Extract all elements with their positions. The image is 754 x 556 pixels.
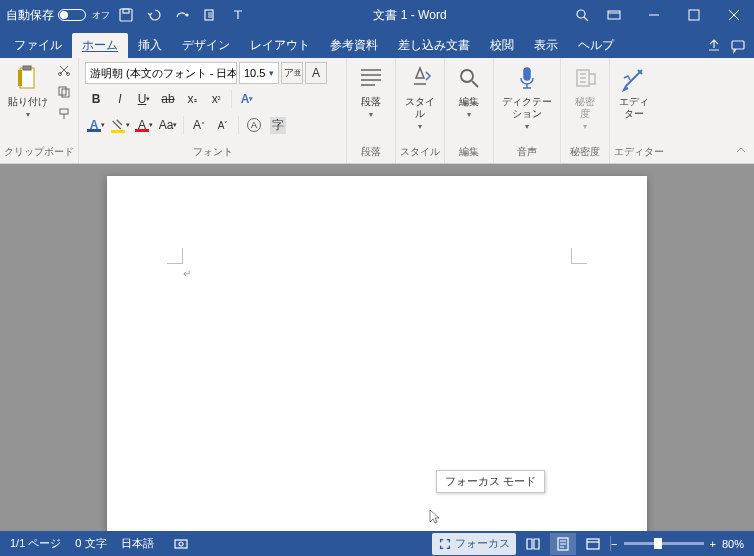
autosave-state: オフ [92,9,110,22]
char-border-button[interactable]: A [305,62,327,84]
close-button[interactable] [714,0,754,30]
superscript-button[interactable]: x² [205,88,227,110]
redo-button[interactable] [170,3,194,27]
maximize-button[interactable] [674,0,714,30]
editing-label: 編集 [459,96,479,108]
qat-customize-button[interactable] [226,3,250,27]
svg-rect-7 [732,41,744,49]
tab-help[interactable]: ヘルプ [568,33,624,58]
svg-rect-15 [60,109,68,114]
comments-button[interactable] [726,34,750,58]
collapse-ribbon-button[interactable] [734,143,750,159]
font-size-combo[interactable]: 10.5▾ [239,62,279,84]
ribbon-tabs: ファイル ホーム 挿入 デザイン レイアウト 参考資料 差し込み文書 校閲 表示… [0,30,754,58]
paragraph-button[interactable]: 段落 ▾ [351,60,391,121]
web-layout-button[interactable] [580,533,606,555]
copy-button[interactable] [54,82,74,102]
font-size-value: 10.5 [244,67,265,79]
font-name-value: 游明朝 (本文のフォント - 日本 [90,66,237,81]
tab-mailings[interactable]: 差し込み文書 [388,33,480,58]
group-font: 游明朝 (本文のフォント - 日本▾ 10.5▾ ア亜 A B I U▾ ab … [79,58,347,163]
dictation-button[interactable]: ディクテー ション ▾ [498,60,556,133]
highlight-button[interactable]: ▾ [109,114,131,136]
paragraph-icon [355,62,387,94]
char-shading-button[interactable]: 字 [267,114,289,136]
paste-icon [12,62,44,94]
chevron-down-icon: ▾ [369,110,373,119]
autosave-toggle[interactable]: 自動保存 オフ [6,7,110,24]
change-case-button[interactable]: Aa▾ [157,114,179,136]
bold-button[interactable]: B [85,88,107,110]
grow-font-button[interactable]: A˄ [188,114,210,136]
zoom-level[interactable]: 80% [722,538,744,550]
qat-more-button[interactable] [198,3,222,27]
ribbon-display-button[interactable] [594,0,634,30]
share-button[interactable] [702,34,726,58]
font-color-button[interactable]: A▾ [85,114,107,136]
text-effects-button[interactable]: A▾ [236,88,258,110]
svg-rect-8 [20,68,34,88]
tab-insert[interactable]: 挿入 [128,33,172,58]
tab-design[interactable]: デザイン [172,33,240,58]
strikethrough-button[interactable]: ab [157,88,179,110]
zoom-out-button[interactable]: − [611,538,617,550]
page[interactable]: ↵ [107,176,647,531]
enclose-char-button[interactable]: A [243,114,265,136]
cut-button[interactable] [54,60,74,80]
font-group-label: フォント [83,143,342,163]
chevron-down-icon: ▾ [583,122,587,131]
styles-group-label: スタイル [400,143,440,163]
svg-point-20 [179,542,183,546]
tooltip-text: フォーカス モード [445,475,536,487]
read-mode-button[interactable] [520,533,546,555]
paragraph-mark-icon: ↵ [183,268,191,279]
page-count[interactable]: 1/1 ページ [10,536,61,551]
tab-review[interactable]: 校閲 [480,33,524,58]
dictation-group-label: 音声 [498,143,556,163]
group-clipboard: 貼り付け ▾ クリップボード [0,58,79,163]
minimize-button[interactable] [634,0,674,30]
paste-button[interactable]: 貼り付け ▾ [4,60,52,121]
editing-button[interactable]: 編集 ▾ [449,60,489,121]
print-layout-button[interactable] [550,533,576,555]
editor-button[interactable]: エディ ター [614,60,654,122]
group-paragraph: 段落 ▾ 段落 [347,58,396,163]
editor-icon [618,62,650,94]
undo-button[interactable] [142,3,166,27]
font-color2-button[interactable]: A▾ [133,114,155,136]
font-name-combo[interactable]: 游明朝 (本文のフォント - 日本▾ [85,62,237,84]
tab-layout[interactable]: レイアウト [240,33,320,58]
document-area[interactable]: ↵ [0,164,754,531]
tab-view[interactable]: 表示 [524,33,568,58]
language-indicator[interactable]: 日本語 [121,536,154,551]
chevron-down-icon: ▾ [418,122,422,131]
zoom-thumb[interactable] [654,538,662,549]
group-confidentiality: 秘密 度 ▾ 秘密度 [561,58,610,163]
focus-mode-button[interactable]: フォーカス [432,533,516,555]
chevron-down-icon: ▾ [26,110,30,119]
format-painter-button[interactable] [54,104,74,124]
save-button[interactable] [114,3,138,27]
shrink-font-button[interactable]: A˅ [212,114,234,136]
tooltip: フォーカス モード [436,470,545,493]
subscript-button[interactable]: x₂ [181,88,203,110]
search-button[interactable] [570,3,594,27]
svg-rect-0 [120,9,132,21]
chevron-down-icon: ▾ [525,122,529,131]
phonetic-guide-button[interactable]: ア亜 [281,62,303,84]
accessibility-button[interactable] [168,533,194,555]
tab-home[interactable]: ホーム [72,33,128,58]
italic-button[interactable]: I [109,88,131,110]
confidentiality-button[interactable]: 秘密 度 ▾ [565,60,605,133]
zoom-in-button[interactable]: + [710,538,716,550]
tab-file[interactable]: ファイル [4,33,72,58]
underline-button[interactable]: U▾ [133,88,155,110]
zoom-slider[interactable] [624,542,704,545]
tab-references[interactable]: 参考資料 [320,33,388,58]
clipboard-group-label: クリップボード [4,143,74,163]
paste-label: 貼り付け [8,96,48,108]
word-count[interactable]: 0 文字 [75,536,106,551]
paragraph-group-label: 段落 [351,143,391,163]
group-editor: エディ ター エディター [610,58,668,163]
styles-button[interactable]: スタイ ル ▾ [400,60,440,133]
